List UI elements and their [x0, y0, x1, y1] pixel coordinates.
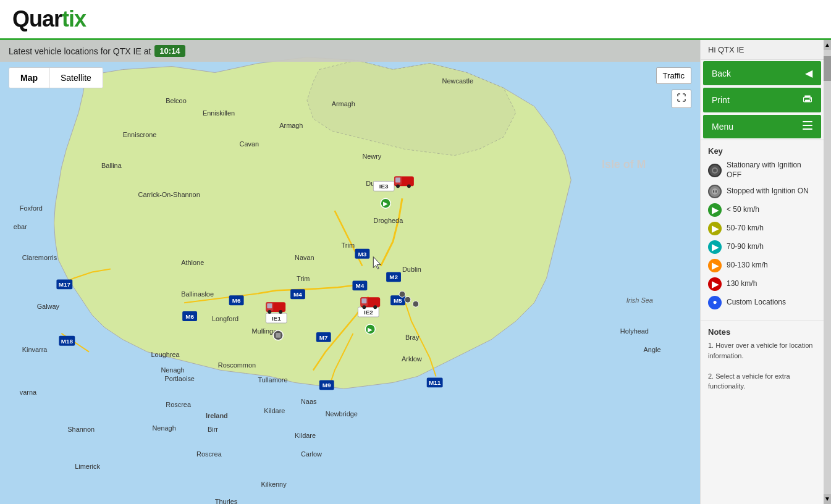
print-button[interactable]: Print — [703, 88, 821, 112]
svg-text:Kilkenny: Kilkenny — [261, 481, 287, 488]
svg-text:Roscrea: Roscrea — [166, 401, 192, 408]
svg-text:Thurles: Thurles — [215, 498, 238, 504]
banner-text: Latest vehicle locations for QTX IE at — [9, 46, 151, 56]
traffic-button[interactable]: Traffic — [656, 67, 691, 84]
svg-point-83 — [396, 184, 400, 188]
svg-text:ebar: ebar — [14, 223, 27, 230]
svg-text:IE3: IE3 — [379, 183, 389, 190]
svg-text:Isle of M: Isle of M — [602, 158, 646, 170]
stationary-off-label: Stationary with Ignition OFF — [727, 161, 816, 180]
scrollbar[interactable]: ▲ ▼ — [824, 40, 831, 504]
svg-text:Kinvarra: Kinvarra — [22, 346, 48, 353]
svg-text:▶: ▶ — [383, 200, 388, 207]
90to130-label: 90-130 km/h — [727, 261, 768, 271]
svg-text:Irish Sea: Irish Sea — [626, 296, 653, 304]
svg-text:Angle: Angle — [644, 346, 661, 353]
key-item-stopped-on: Stopped with Ignition ON — [708, 185, 816, 198]
svg-rect-116 — [713, 169, 717, 172]
menu-label: Menu — [712, 122, 733, 132]
lt50-label: < 50 km/h — [727, 205, 759, 215]
svg-rect-91 — [267, 303, 272, 308]
70to90-label: 70-90 km/h — [727, 242, 764, 252]
70to90-icon: ▶ — [708, 240, 722, 254]
50to70-icon: ▶ — [708, 222, 722, 235]
svg-point-84 — [407, 184, 411, 188]
svg-text:M4: M4 — [293, 291, 302, 298]
svg-text:Arklow: Arklow — [402, 355, 422, 363]
satellite-button[interactable]: Satellite — [49, 68, 103, 88]
svg-text:Navan: Navan — [295, 254, 314, 261]
map-svg: M17 M6 M18 M4 M6 M3 M2 M4 M5 — [0, 40, 700, 504]
notes-line-1: 1. Hover over a vehicle for location inf… — [708, 340, 816, 361]
svg-text:Armagh: Armagh — [332, 100, 355, 107]
map-container[interactable]: Latest vehicle locations for QTX IE at 1… — [0, 40, 700, 504]
key-item-lt50: ▶ < 50 km/h — [708, 203, 816, 217]
svg-text:M4: M4 — [356, 282, 365, 289]
svg-text:Shannon: Shannon — [67, 426, 95, 433]
svg-text:M6: M6 — [232, 297, 241, 304]
key-item-90to130: ▶ 90-130 km/h — [708, 259, 816, 272]
svg-text:Armagh: Armagh — [279, 122, 303, 129]
svg-rect-118 — [713, 190, 714, 193]
svg-text:Bray: Bray — [405, 334, 420, 341]
50to70-label: 50-70 km/h — [727, 224, 764, 233]
svg-text:Trim: Trim — [342, 242, 355, 249]
scroll-down-arrow[interactable]: ▼ — [824, 494, 831, 504]
svg-text:Athlone: Athlone — [181, 259, 204, 266]
hi-user-label: Hi QTX IE — [701, 40, 824, 60]
svg-text:Carrick-On-Shannon: Carrick-On-Shannon — [138, 191, 200, 198]
menu-icon — [803, 121, 812, 132]
menu-button[interactable]: Menu — [703, 115, 821, 138]
svg-text:IE2: IE2 — [364, 309, 373, 316]
back-label: Back — [712, 69, 731, 78]
custom-locations-label: Custom Locations — [727, 298, 786, 308]
back-button[interactable]: Back ◀ — [703, 61, 821, 85]
svg-text:Birr: Birr — [208, 426, 218, 433]
svg-text:Belcoo: Belcoo — [166, 97, 186, 104]
svg-point-93 — [279, 310, 282, 314]
svg-text:Newbridge: Newbridge — [326, 410, 358, 418]
svg-rect-112 — [803, 121, 812, 122]
svg-text:Longford: Longford — [212, 315, 238, 322]
over130-label: 130 km/h — [727, 279, 757, 289]
map-button[interactable]: Map — [9, 68, 49, 88]
svg-text:M6: M6 — [185, 313, 194, 320]
key-item-over130: ▶ 130 km/h — [708, 277, 816, 291]
notes-title: Notes — [708, 327, 816, 337]
notes-section: Notes 1. Hover over a vehicle for locati… — [701, 321, 824, 504]
svg-text:Dublin: Dublin — [402, 266, 421, 274]
back-icon: ◀ — [805, 67, 812, 79]
lt50-icon: ▶ — [708, 203, 722, 217]
svg-text:IE1: IE1 — [272, 315, 281, 322]
svg-text:Carlow: Carlow — [301, 450, 322, 458]
logo: Quartix — [12, 6, 86, 32]
key-item-50to70: ▶ 50-70 km/h — [708, 222, 816, 235]
scroll-up-arrow[interactable]: ▲ — [824, 40, 831, 50]
svg-text:M18: M18 — [61, 338, 74, 345]
svg-text:Limerick: Limerick — [75, 463, 100, 470]
svg-rect-95 — [276, 333, 281, 338]
svg-text:Claremorris: Claremorris — [22, 254, 57, 261]
svg-point-101 — [362, 305, 366, 309]
svg-point-102 — [373, 305, 377, 309]
svg-point-107 — [399, 291, 405, 297]
svg-text:Portlaoise: Portlaoise — [164, 375, 195, 382]
svg-text:Drogheda: Drogheda — [373, 217, 403, 224]
main-content: Latest vehicle locations for QTX IE at 1… — [0, 40, 831, 504]
svg-rect-110 — [805, 100, 810, 102]
scroll-track[interactable] — [824, 50, 831, 494]
scroll-thumb[interactable] — [824, 56, 831, 81]
header: Quartix — [0, 0, 831, 40]
svg-text:▶: ▶ — [368, 326, 373, 333]
print-label: Print — [712, 95, 730, 105]
sidebar: Hi QTX IE Back ◀ Print Menu Key S — [700, 40, 824, 504]
stopped-on-icon — [708, 185, 722, 198]
fullscreen-button[interactable] — [672, 90, 691, 108]
logo-text: Quartix — [12, 6, 86, 32]
svg-text:Galway: Galway — [37, 303, 60, 310]
svg-rect-114 — [803, 128, 812, 130]
svg-text:M3: M3 — [358, 251, 366, 258]
svg-text:M2: M2 — [389, 274, 398, 280]
svg-text:Ballinasloe: Ballinasloe — [181, 290, 214, 298]
notes-text: 1. Hover over a vehicle for location inf… — [708, 340, 816, 392]
